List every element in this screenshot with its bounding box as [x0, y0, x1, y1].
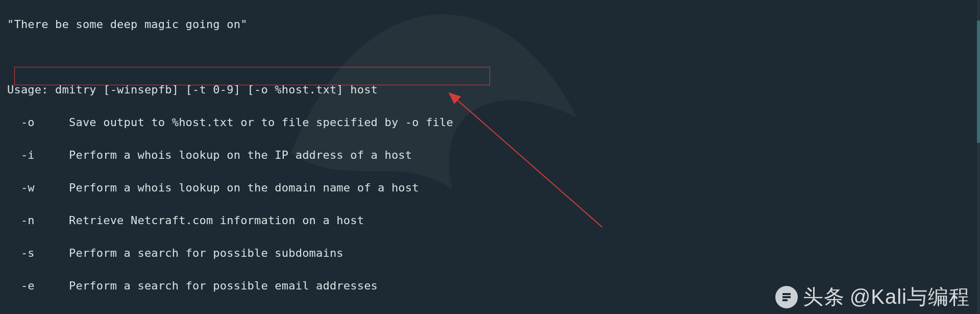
output-line-opt-o: -o Save output to %host.txt or to file s…	[7, 114, 980, 131]
output-line-opt-w: -w Perform a whois lookup on the domain …	[7, 180, 980, 196]
scrollbar-thumb[interactable]	[977, 20, 980, 143]
output-line-opt-i: -i Perform a whois lookup on the IP addr…	[7, 147, 980, 163]
output-line-blank	[7, 49, 980, 65]
toutiao-icon	[775, 286, 798, 308]
scrollbar-track[interactable]	[977, 0, 980, 314]
watermark-prefix: 头条	[803, 283, 845, 311]
output-line-opt-n: -n Retrieve Netcraft.com information on …	[7, 212, 980, 229]
watermark-handle: @Kali与编程	[850, 283, 970, 311]
output-line-usage: Usage: dmitry [-winsepfb] [-t 0-9] [-o %…	[7, 82, 980, 98]
terminal-output[interactable]: "There be some deep magic going on" Usag…	[0, 0, 980, 314]
output-line-opt-s: -s Perform a search for possible subdoma…	[7, 245, 980, 261]
output-line-opt-p: -p Perform a TCP port scan on a host	[7, 310, 980, 314]
watermark: 头条 @Kali与编程	[775, 283, 970, 311]
output-line-quote: "There be some deep magic going on"	[7, 16, 980, 33]
